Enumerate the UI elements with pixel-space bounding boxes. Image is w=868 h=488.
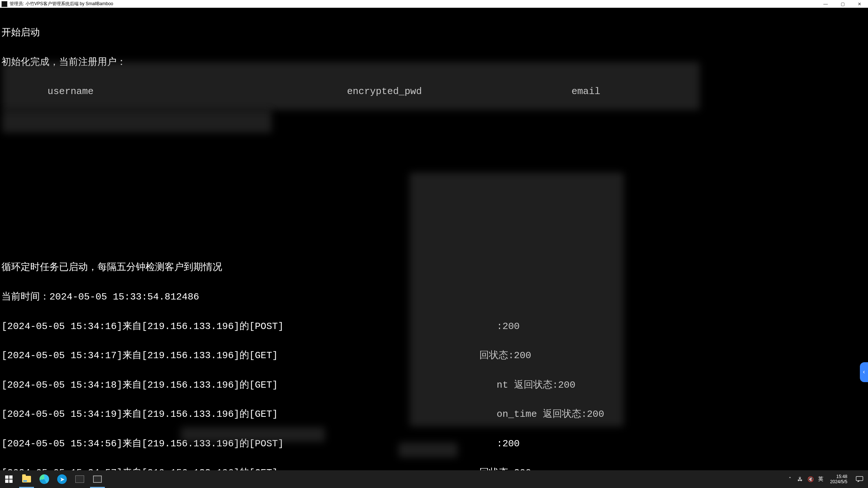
- taskbar-file-explorer[interactable]: [18, 470, 35, 488]
- close-button[interactable]: ✕: [851, 0, 868, 8]
- terminal-icon: [75, 474, 85, 484]
- taskbar: ➤ ˄ 🖧 🔇 英 15:48 2024/5/5: [0, 470, 868, 488]
- taskbar-terminal-2[interactable]: [89, 470, 106, 488]
- maximize-button[interactable]: ▢: [834, 0, 851, 8]
- log-line: [2024-05-05 15:34:18]来自[219.156.133.196]…: [1, 380, 867, 390]
- notification-icon: [856, 476, 863, 482]
- folder-icon: [21, 474, 32, 484]
- taskbar-terminal-1[interactable]: [71, 470, 89, 488]
- console-output[interactable]: 开始启动 初始化完成，当前注册用户： username encrypted_pw…: [0, 8, 868, 488]
- windows-logo-icon: [4, 474, 14, 484]
- taskbar-edge[interactable]: [35, 470, 53, 488]
- title-bar: 管理员: 小竹VPS客户管理系统后端 by SmallBamboo — ▢ ✕: [0, 0, 868, 8]
- minimize-button[interactable]: —: [817, 0, 834, 8]
- edge-icon: [39, 474, 49, 484]
- network-icon[interactable]: 🖧: [797, 476, 803, 482]
- clock-time: 15:48: [830, 474, 847, 479]
- window-controls: — ▢ ✕: [817, 0, 868, 8]
- chevron-left-icon: ‹: [862, 369, 866, 375]
- compass-icon: ➤: [57, 474, 67, 484]
- taskbar-clock[interactable]: 15:48 2024/5/5: [826, 474, 851, 484]
- tray-overflow-button[interactable]: ˄: [786, 476, 793, 482]
- console-line: 初始化完成，当前注册用户：: [1, 58, 867, 68]
- log-line: [2024-05-05 15:34:16]来自[219.156.133.196]…: [1, 322, 867, 332]
- svg-rect-0: [856, 477, 863, 481]
- volume-muted-icon[interactable]: 🔇: [807, 476, 814, 482]
- console-columns: username encrypted_pwd email: [1, 87, 867, 97]
- log-line: [2024-05-05 15:34:17]来自[219.156.133.196]…: [1, 351, 867, 361]
- console-blank: [1, 175, 867, 185]
- app-window: 管理员: 小竹VPS客户管理系统后端 by SmallBamboo — ▢ ✕ …: [0, 0, 868, 488]
- clock-date: 2024/5/5: [830, 479, 847, 484]
- console-line: 开始启动: [1, 28, 867, 38]
- side-drawer-handle[interactable]: ‹: [860, 362, 868, 382]
- console-blank: [1, 145, 867, 155]
- log-line: [2024-05-05 15:34:56]来自[219.156.133.196]…: [1, 439, 867, 449]
- system-tray: ˄ 🖧 🔇 英: [784, 476, 826, 482]
- console-line: 循环定时任务已启动，每隔五分钟检测客户到期情况: [1, 263, 867, 273]
- console-blank: [1, 116, 867, 126]
- console-blank: [1, 233, 867, 243]
- taskbar-app-blue[interactable]: ➤: [53, 470, 71, 488]
- action-center-button[interactable]: [851, 470, 868, 488]
- start-button[interactable]: [0, 470, 18, 488]
- terminal-icon: [92, 474, 103, 484]
- ime-indicator[interactable]: 英: [817, 476, 824, 482]
- console-line: 当前时间：2024-05-05 15:33:54.812486: [1, 292, 867, 302]
- window-title: 管理员: 小竹VPS客户管理系统后端 by SmallBamboo: [10, 1, 113, 7]
- console-blank: [1, 204, 867, 214]
- log-line: [2024-05-05 15:34:19]来自[219.156.133.196]…: [1, 409, 867, 419]
- app-icon: [1, 1, 7, 7]
